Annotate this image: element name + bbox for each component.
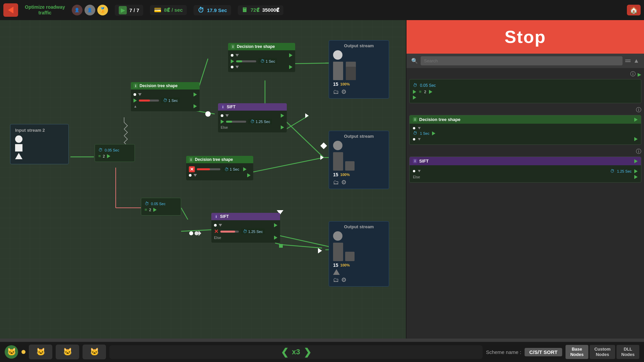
svg-line-17 — [282, 245, 322, 248]
out2-pct: 100% — [340, 173, 350, 177]
pc2-dot2 — [413, 138, 415, 140]
pc2-tri1 — [418, 127, 421, 129]
right-panel: Stop 🔍 ▲ ⓘ ▶ ⏱ 0.05 Sec ≡ 2 — [406, 20, 644, 339]
dt-bot-dot2 — [189, 174, 192, 177]
decision-tree-top[interactable]: i Decision tree shape ⏱ 1 Sec — [228, 43, 295, 72]
pc2-out2 — [432, 131, 435, 135]
dt-top-tri2 — [235, 66, 239, 68]
tab-custom-nodes[interactable]: CustomNodes — [590, 345, 615, 359]
cat-btn-2[interactable]: 🐱 — [56, 345, 79, 359]
proc1-timer-icon: ⏱ — [98, 147, 103, 153]
search-bar: 🔍 ▲ — [407, 54, 644, 68]
sift-bot-tri1 — [219, 224, 222, 227]
pc2-out3 — [634, 137, 638, 141]
panel-info-3[interactable]: ⓘ — [636, 148, 641, 155]
dt-mid-triangle-marker: ▲ — [133, 104, 137, 108]
sift-mid-else-out — [281, 125, 284, 129]
proc1-right-arrow — [107, 154, 110, 158]
progress-icon: ▶ — [119, 6, 127, 14]
process-node-2[interactable]: ⏱ 0.05 Sec ≡ 2 — [141, 198, 181, 216]
dt-top-slider[interactable] — [236, 60, 256, 62]
panel-scroll-area[interactable]: ⓘ ▶ ⏱ 0.05 Sec ≡ 2 ⓘ — [407, 68, 644, 339]
sift-mid-slider[interactable] — [226, 121, 246, 123]
dt-mid-badge: i — [133, 83, 138, 88]
pc1-arrow3 — [413, 96, 416, 100]
decision-tree-mid[interactable]: i Decision tree shape ⏱ 1 Sec ▲ — [131, 82, 200, 111]
pc2-badge: i — [413, 117, 417, 122]
pc1-timer-icon: ⏱ — [413, 83, 417, 88]
badge-dark: 👤 — [72, 5, 83, 15]
pc1-count: 2 — [424, 90, 426, 94]
svg-line-14 — [250, 158, 324, 173]
dt-bot-slider[interactable] — [197, 168, 220, 170]
dt-mid-label: Decision tree shape — [140, 83, 177, 88]
svg-marker-0 — [8, 7, 13, 13]
search-icon: 🔍 — [411, 58, 418, 64]
back-button[interactable] — [3, 3, 18, 17]
dt-top-dot1 — [231, 54, 233, 57]
svg-point-26 — [195, 231, 199, 235]
stop-button[interactable]: Stop — [407, 20, 644, 54]
svg-rect-28 — [279, 244, 283, 248]
sift-mid-badge: i — [221, 105, 225, 109]
score2: 35000₡ — [262, 7, 280, 13]
sift-mid-out2 — [221, 120, 224, 124]
sift-bot-slider[interactable] — [220, 231, 239, 233]
sift-bot-x: ✕ — [214, 228, 218, 235]
scheme-name[interactable]: C/S/T SORT — [525, 348, 562, 356]
pc3-out2 — [634, 169, 638, 173]
dt-top-timer: ⏱ 1 Sec — [258, 58, 277, 64]
svg-marker-29 — [318, 248, 322, 253]
out2-num: 15 — [333, 172, 338, 177]
mult-left-arrow[interactable]: ❮ — [281, 347, 288, 358]
dt-mid-timer: ⏱ 1 Sec — [161, 98, 180, 103]
dt-mid-slider[interactable] — [139, 100, 159, 102]
pc2-tri2 — [418, 138, 421, 140]
output-stream-2: Output stream 15 100% 🗂 ⚙ — [329, 131, 389, 189]
search-input[interactable] — [421, 56, 623, 65]
proc2-lines-icon: ≡ — [145, 207, 147, 212]
pc1-arrow1 — [413, 90, 416, 94]
decision-tree-bot[interactable]: i Decision tree shape ✕ ⏱ 1 Sec — [186, 156, 253, 180]
out1-label: Output stream — [333, 43, 385, 48]
proc2-time: 0.05 Sec — [151, 202, 165, 206]
panel-collapse[interactable]: ▲ — [633, 57, 639, 64]
dt-top-dot2 — [231, 66, 233, 68]
sift-bot-label: SIFT — [220, 214, 229, 219]
panel-toggle[interactable] — [625, 60, 631, 62]
dt-top-badge: i — [231, 44, 235, 49]
process-node-1[interactable]: ⏱ 0.05 Sec ≡ 2 — [95, 144, 135, 162]
dt-top-label: Decision tree shape — [237, 44, 275, 49]
sift-mid[interactable]: i SIFT ⏱ 1.25 Sec Else — [218, 103, 287, 132]
sift-bot-else: Else — [214, 236, 221, 240]
proc1-count: 2 — [103, 154, 105, 158]
svg-line-7 — [292, 63, 332, 64]
panel-info-1[interactable]: ⓘ — [630, 71, 636, 78]
dt-bot-label: Decision tree shape — [195, 157, 233, 162]
bottombar: 🐱 🐱 🐱 🐱 ❮ x3 ❯ Scheme name : C/S/T SORT … — [0, 342, 644, 362]
sift-bot-timer: ⏱ 1.25 Sec — [241, 229, 265, 234]
dt-top-out2 — [231, 59, 234, 63]
panel-info-2[interactable]: ⓘ — [636, 107, 641, 114]
progress-stat: ▶ 7 / 7 — [115, 5, 143, 16]
multiplier-value: x3 — [292, 348, 300, 356]
mult-right-arrow[interactable]: ❯ — [304, 347, 311, 358]
svg-point-25 — [189, 231, 193, 235]
cat-btn-3[interactable]: 🐱 — [83, 345, 106, 359]
out3-circle — [333, 231, 342, 241]
sift-bot-dot1 — [214, 224, 217, 227]
dt-bot-badge: i — [189, 157, 193, 162]
sift-bot[interactable]: i SIFT ✕ ⏱ 1.25 Sec Else — [211, 213, 280, 243]
out1-pct: 100% — [340, 82, 350, 86]
tab-dll-nodes[interactable]: DLLNodes — [616, 345, 639, 359]
score1: 72₡ — [251, 7, 260, 13]
cat-btn-1[interactable]: 🐱 — [29, 345, 52, 359]
sift-bot-badge: i — [214, 214, 218, 219]
sift-bot-out1 — [274, 223, 277, 227]
input-stream-label: Input stream 2 — [15, 128, 64, 133]
dt-mid-tri1 — [138, 93, 142, 96]
cat-main-icon[interactable]: 🐱 — [5, 345, 18, 359]
proc2-count: 2 — [149, 208, 151, 212]
top-right-button[interactable]: 🏠 — [627, 5, 641, 15]
tab-base-nodes[interactable]: BaseNodes — [566, 345, 588, 359]
